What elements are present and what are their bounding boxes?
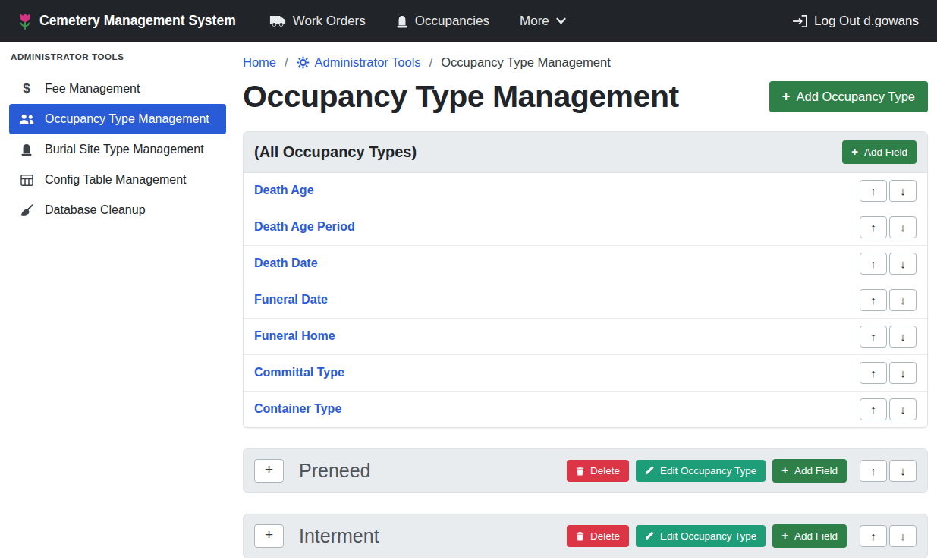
reorder-controls: ↑ ↓ xyxy=(860,180,917,202)
nav-item-label: More xyxy=(520,14,549,29)
sidebar: ADMINISTRATOR TOOLS $ Fee Management Occ… xyxy=(0,42,234,560)
move-up-button[interactable]: ↑ xyxy=(860,180,887,202)
move-up-button[interactable]: ↑ xyxy=(860,216,887,238)
move-up-button[interactable]: ↑ xyxy=(860,362,887,384)
move-down-button[interactable]: ↓ xyxy=(889,253,917,275)
trash-icon xyxy=(576,531,584,541)
move-down-button[interactable]: ↓ xyxy=(889,289,917,311)
field-link[interactable]: Death Age Period xyxy=(254,220,355,234)
van-icon xyxy=(269,14,286,27)
move-down-button[interactable]: ↓ xyxy=(889,460,917,482)
reorder-controls: ↑ ↓ xyxy=(860,289,917,311)
nav-item-more[interactable]: More xyxy=(520,14,566,29)
breadcrumb-home-link[interactable]: Home xyxy=(243,55,276,70)
move-up-button[interactable]: ↑ xyxy=(860,326,887,348)
delete-label: Delete xyxy=(590,466,620,477)
field-row: Funeral Date ↑ ↓ xyxy=(244,282,927,319)
move-down-button[interactable]: ↓ xyxy=(889,326,917,348)
breadcrumb: Home / Administrator Tools / Occupancy T… xyxy=(243,55,928,70)
breadcrumb-admin-tools-link[interactable]: Administrator Tools xyxy=(297,55,421,70)
field-row: Funeral Home ↑ ↓ xyxy=(244,319,927,355)
move-up-button[interactable]: ↑ xyxy=(860,525,887,547)
edit-label: Edit Occupancy Type xyxy=(660,531,756,542)
app-title: Cemetery Management System xyxy=(39,13,236,29)
add-field-button[interactable]: + Add Field xyxy=(772,524,847,548)
reorder-controls: ↑ ↓ xyxy=(860,253,917,275)
field-row: Death Age ↑ ↓ xyxy=(244,173,927,209)
sidebar-item-database-cleanup[interactable]: Database Cleanup xyxy=(9,195,226,225)
delete-button[interactable]: Delete xyxy=(567,525,629,548)
sidebar-item-fee-management[interactable]: $ Fee Management xyxy=(9,74,226,104)
move-up-button[interactable]: ↑ xyxy=(860,253,887,275)
add-field-button[interactable]: + Add Field xyxy=(842,140,917,164)
pencil-icon xyxy=(645,531,654,540)
add-field-button[interactable]: + Add Field xyxy=(772,459,847,483)
sidebar-item-burial-site-type-management[interactable]: Burial Site Type Management xyxy=(9,134,226,165)
move-up-button[interactable]: ↑ xyxy=(860,398,887,420)
reorder-controls: ↑ ↓ xyxy=(860,525,917,547)
add-field-label: Add Field xyxy=(794,531,838,542)
expand-button[interactable]: + xyxy=(254,459,284,483)
breadcrumb-separator: / xyxy=(429,55,433,70)
delete-label: Delete xyxy=(590,531,620,542)
sidebar-item-label: Config Table Management xyxy=(45,173,187,187)
all-occupancy-types-header: (All Occupancy Types) + Add Field xyxy=(244,132,927,173)
dollar-icon: $ xyxy=(18,81,35,96)
reorder-controls: ↑ ↓ xyxy=(860,362,917,384)
field-link[interactable]: Death Age xyxy=(254,184,314,197)
page-title: Occupancy Type Management xyxy=(243,79,679,115)
field-link[interactable]: Container Type xyxy=(254,402,341,416)
breadcrumb-current: Occupancy Type Management xyxy=(441,55,611,70)
nav-item-work-orders[interactable]: Work Orders xyxy=(269,14,366,29)
delete-button[interactable]: Delete xyxy=(567,460,629,483)
field-link[interactable]: Funeral Home xyxy=(254,329,335,343)
trash-icon xyxy=(576,466,584,476)
all-occupancy-types-card: (All Occupancy Types) + Add Field Death … xyxy=(243,131,928,428)
plus-icon: + xyxy=(851,146,858,158)
edit-occupancy-type-button[interactable]: Edit Occupancy Type xyxy=(636,460,766,483)
move-down-button[interactable]: ↓ xyxy=(889,180,917,202)
field-link[interactable]: Death Date xyxy=(254,256,318,270)
reorder-controls: ↑ ↓ xyxy=(860,326,917,348)
move-up-button[interactable]: ↑ xyxy=(860,289,887,311)
gear-icon xyxy=(297,56,310,69)
field-row: Container Type ↑ ↓ xyxy=(244,392,927,427)
table-icon xyxy=(18,175,35,186)
logout-label: Log Out d.gowans xyxy=(814,14,919,29)
field-row: Committal Type ↑ ↓ xyxy=(244,355,927,392)
breadcrumb-label: Home xyxy=(243,55,276,70)
move-up-button[interactable]: ↑ xyxy=(860,460,887,482)
card-title: (All Occupancy Types) xyxy=(254,143,417,161)
top-navbar: Cemetery Management System Work Orders O… xyxy=(0,0,937,42)
edit-occupancy-type-button[interactable]: Edit Occupancy Type xyxy=(636,525,766,548)
pencil-icon xyxy=(645,466,654,475)
move-down-button[interactable]: ↓ xyxy=(889,398,917,420)
logout-button[interactable]: Log Out d.gowans xyxy=(792,14,919,29)
sidebar-heading: ADMINISTRATOR TOOLS xyxy=(11,52,226,61)
breadcrumb-separator: / xyxy=(285,55,288,70)
plus-icon: + xyxy=(781,465,788,477)
section-title: Interment xyxy=(299,525,379,547)
sidebar-item-label: Fee Management xyxy=(45,82,140,96)
field-link[interactable]: Committal Type xyxy=(254,366,344,379)
breadcrumb-label: Administrator Tools xyxy=(315,55,421,70)
sidebar-item-config-table-management[interactable]: Config Table Management xyxy=(9,165,226,195)
field-link[interactable]: Funeral Date xyxy=(254,293,328,307)
add-occupancy-type-button[interactable]: + Add Occupancy Type xyxy=(769,81,928,112)
expand-button[interactable]: + xyxy=(254,524,284,548)
logout-icon xyxy=(792,15,807,27)
app-brand[interactable]: Cemetery Management System xyxy=(18,11,236,31)
add-field-label: Add Field xyxy=(794,466,838,477)
nav-item-occupancies[interactable]: Occupancies xyxy=(396,14,489,29)
move-down-button[interactable]: ↓ xyxy=(889,525,917,547)
sidebar-item-occupancy-type-management[interactable]: Occupancy Type Management xyxy=(9,104,226,134)
section-actions: Delete Edit Occupancy Type + Add Field ↑ xyxy=(567,524,917,548)
field-row: Death Date ↑ ↓ xyxy=(244,246,927,282)
move-down-button[interactable]: ↓ xyxy=(889,216,917,238)
flower-icon xyxy=(18,11,32,31)
reorder-controls: ↑ ↓ xyxy=(860,216,917,238)
move-down-button[interactable]: ↓ xyxy=(889,362,917,384)
tombstone-icon xyxy=(396,14,408,28)
title-row: Occupancy Type Management + Add Occupanc… xyxy=(243,79,928,115)
section-actions: Delete Edit Occupancy Type + Add Field ↑ xyxy=(567,459,917,483)
